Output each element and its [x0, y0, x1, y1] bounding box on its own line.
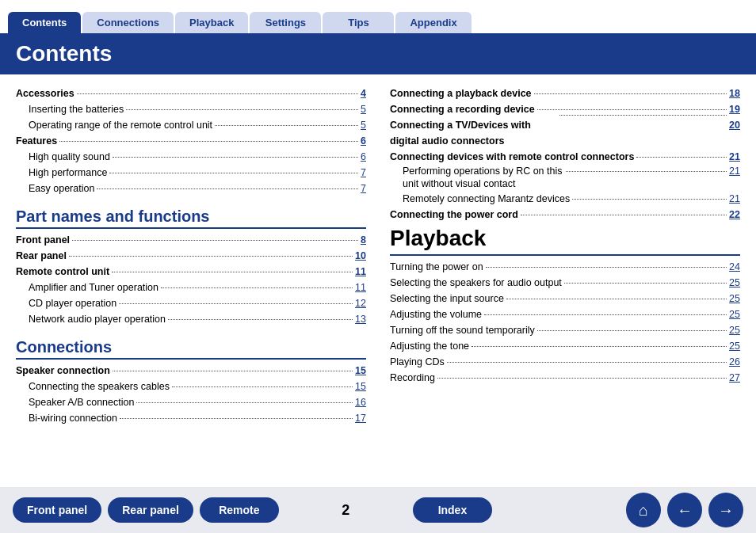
playback-entries: Turning the power on 24 Selecting the sp…	[390, 259, 740, 386]
operating-range-entry[interactable]: Operating range of the remote control un…	[16, 117, 366, 133]
forward-button[interactable]: →	[708, 493, 743, 527]
inserting-batteries-entry[interactable]: Inserting the batteries 5	[16, 101, 366, 117]
connecting-power-cord-entry[interactable]: Connecting the power cord 22	[390, 207, 740, 223]
connecting-playback-entry[interactable]: Connecting a playback device 18	[390, 86, 740, 101]
connecting-tv-entry[interactable]: Connecting a TV/Devices with digital aud…	[390, 117, 740, 149]
turning-off-sound-entry[interactable]: Turning off the sound temporarily 25	[390, 322, 740, 338]
bottom-navigation: Front panel Rear panel Remote 2 Index ⌂ …	[0, 487, 756, 533]
turning-power-on-entry[interactable]: Turning the power on 24	[390, 259, 740, 275]
forward-icon: →	[718, 501, 734, 520]
remotely-connecting-entry[interactable]: Remotely connecting Marantz devices 21	[390, 191, 740, 207]
features-entry[interactable]: Features 6	[16, 133, 366, 149]
rear-panel-button[interactable]: Rear panel	[108, 497, 193, 523]
playback-divider	[390, 254, 740, 256]
page-header: Contents	[0, 33, 756, 74]
speaker-ab-connection-entry[interactable]: Speaker A/B connection 16	[16, 394, 366, 410]
remote-control-unit-entry[interactable]: Remote control unit 11	[16, 264, 366, 280]
network-audio-entry[interactable]: Network audio player operation 13	[16, 311, 366, 327]
selecting-input-source-entry[interactable]: Selecting the input source 25	[390, 291, 740, 306]
accessories-entry[interactable]: Accessories 4	[16, 86, 366, 101]
home-icon: ⌂	[639, 501, 648, 520]
back-button[interactable]: ←	[667, 493, 702, 527]
index-button[interactable]: Index	[413, 497, 492, 523]
page-title: Contents	[16, 41, 112, 67]
adjusting-tone-entry[interactable]: Adjusting the tone 25	[390, 338, 740, 354]
left-column: Accessories 4 Inserting the batteries 5 …	[16, 86, 366, 487]
speaker-connection-entry[interactable]: Speaker connection 15	[16, 363, 366, 379]
amplifier-tuner-entry[interactable]: Amplifier and Tuner operation 11	[16, 280, 366, 295]
page-number: 2	[285, 502, 407, 519]
high-performance-entry[interactable]: High performance 7	[16, 165, 366, 181]
connecting-speakers-cables-entry[interactable]: Connecting the speakers cables 15	[16, 379, 366, 394]
front-panel-button[interactable]: Front panel	[13, 497, 101, 523]
right-top-entries: Connecting a playback device 18 Connecti…	[390, 86, 740, 223]
playing-cds-entry[interactable]: Playing CDs 26	[390, 354, 740, 370]
front-panel-entry[interactable]: Front panel 8	[16, 232, 366, 248]
bi-wiring-connection-entry[interactable]: Bi-wiring connection 17	[16, 410, 366, 426]
connections-title: Connections	[16, 338, 366, 360]
high-quality-sound-entry[interactable]: High quality sound 6	[16, 149, 366, 165]
tab-connections[interactable]: Connections	[82, 12, 174, 33]
main-content: Accessories 4 Inserting the batteries 5 …	[0, 74, 756, 487]
tab-playback[interactable]: Playback	[175, 12, 248, 33]
tab-contents[interactable]: Contents	[8, 12, 81, 33]
rear-panel-entry[interactable]: Rear panel 10	[16, 248, 366, 264]
remote-button[interactable]: Remote	[200, 497, 279, 523]
right-column: Connecting a playback device 18 Connecti…	[390, 86, 740, 487]
easy-operation-entry[interactable]: Easy operation 7	[16, 181, 366, 196]
performing-operations-entry[interactable]: Performing operations by RC on this unit…	[390, 165, 740, 191]
accessories-section: Accessories 4 Inserting the batteries 5 …	[16, 86, 366, 196]
top-navigation: Contents Connections Playback Settings T…	[0, 0, 756, 33]
cd-player-entry[interactable]: CD player operation 12	[16, 295, 366, 311]
connections-section: Speaker connection 15 Connecting the spe…	[16, 363, 366, 426]
back-icon: ←	[677, 501, 693, 520]
connecting-remote-control-entry[interactable]: Connecting devices with remote control c…	[390, 149, 740, 165]
part-names-section: Front panel 8 Rear panel 10 Remote contr…	[16, 232, 366, 327]
part-names-title: Part names and functions	[16, 207, 366, 229]
tab-appendix[interactable]: Appendix	[395, 12, 471, 33]
selecting-speakers-entry[interactable]: Selecting the speakers for audio output …	[390, 275, 740, 291]
adjusting-volume-entry[interactable]: Adjusting the volume 25	[390, 306, 740, 322]
playback-section-title: Playback	[390, 226, 740, 251]
tab-settings[interactable]: Settings	[250, 12, 321, 33]
recording-entry[interactable]: Recording 27	[390, 370, 740, 386]
home-button[interactable]: ⌂	[626, 493, 661, 527]
tab-tips[interactable]: Tips	[323, 12, 394, 33]
